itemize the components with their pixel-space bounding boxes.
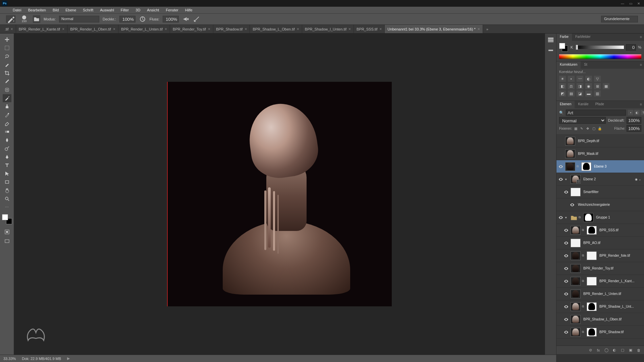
- eyedropper-tool[interactable]: [3, 77, 11, 85]
- layer-name[interactable]: BPR_Mask.tif: [577, 152, 643, 156]
- layer-thumbnail[interactable]: [571, 277, 581, 286]
- layer-row[interactable]: ⧉BPR_SSS.tif: [556, 224, 644, 237]
- layer-row[interactable]: BPR_Render_L_Unten.tif: [556, 288, 644, 300]
- delete-layer-icon[interactable]: 🗑: [636, 348, 641, 353]
- posterize-icon[interactable]: ▤: [568, 90, 575, 97]
- tab-close-icon[interactable]: ×: [113, 27, 115, 32]
- status-flyout-icon[interactable]: ▶: [67, 356, 70, 361]
- layer-name[interactable]: Weichzeichnergalerie: [577, 203, 643, 206]
- layer-filter-input[interactable]: [566, 110, 626, 116]
- layer-mask-thumbnail[interactable]: [587, 226, 597, 235]
- layer-thumbnail[interactable]: [571, 251, 581, 260]
- layer-name[interactable]: BPR_Render_Toy.tif: [582, 266, 643, 270]
- color-swatches[interactable]: [2, 214, 12, 224]
- layer-thumbnail[interactable]: [571, 188, 581, 196]
- magic-wand-tool[interactable]: [3, 61, 11, 69]
- minimize-button[interactable]: —: [619, 1, 627, 6]
- layer-fill-input[interactable]: [627, 125, 641, 132]
- layer-row[interactable]: ▾⧉Gruppe 1: [556, 211, 644, 224]
- layer-name[interactable]: BPR_Shadow.tif: [598, 330, 643, 334]
- type-tool[interactable]: [3, 161, 11, 169]
- blend-mode-select[interactable]: Normal: [59, 16, 99, 22]
- rectangle-tool[interactable]: [3, 178, 11, 186]
- layer-row[interactable]: BPR_Depth.tif: [556, 135, 644, 147]
- doc-tab[interactable]: BPR_SSS.tif×: [354, 25, 385, 33]
- panel-menu-icon[interactable]: ≡: [638, 61, 644, 69]
- properties-panel-icon[interactable]: [547, 48, 554, 56]
- filter-type-icon[interactable]: T: [641, 110, 644, 115]
- pressure-opacity-icon[interactable]: [139, 15, 146, 23]
- crop-tool[interactable]: [3, 69, 11, 77]
- layer-visibility-toggle[interactable]: [563, 228, 569, 233]
- layer-visibility-toggle[interactable]: [563, 292, 569, 296]
- layer-mask-thumbnail[interactable]: [587, 277, 597, 286]
- invert-icon[interactable]: ◩: [559, 90, 566, 97]
- history-brush-tool[interactable]: [3, 111, 11, 119]
- menu-auswahl[interactable]: Auswahl: [97, 7, 117, 13]
- layer-thumbnail[interactable]: [571, 226, 581, 235]
- healing-brush-tool[interactable]: [3, 86, 11, 94]
- menu-ebene[interactable]: Ebene: [62, 7, 79, 13]
- history-panel-icon[interactable]: [547, 36, 554, 44]
- doc-tab[interactable]: BPR_Shadow_L_Oben.tif×: [250, 25, 302, 33]
- vibrance-icon[interactable]: ▽: [594, 76, 601, 82]
- adjustments-tab[interactable]: Korrekturen: [556, 61, 581, 69]
- layer-visibility-toggle[interactable]: [563, 330, 569, 335]
- menu-fenster[interactable]: Fenster: [162, 7, 181, 13]
- layer-visibility-toggle[interactable]: [558, 164, 564, 169]
- lock-artboard-icon[interactable]: ▢: [591, 126, 596, 131]
- path-selection-tool[interactable]: [3, 170, 11, 178]
- layers-tab[interactable]: Ebenen: [556, 101, 575, 108]
- doc-tab[interactable]: BPR_Render_L_Kante.tif×: [16, 25, 68, 33]
- layer-row[interactable]: ⧉BPR_Render_fole.tif: [556, 249, 644, 262]
- menu-ansicht[interactable]: Ansicht: [144, 7, 162, 13]
- layer-thumbnail[interactable]: [571, 328, 581, 337]
- layer-visibility-toggle[interactable]: [558, 215, 564, 220]
- layer-mask-thumbnail[interactable]: [581, 162, 591, 171]
- menu-bild[interactable]: Bild: [49, 7, 62, 13]
- layer-row[interactable]: ⧉BPR_Shadow_L_Unt...: [556, 300, 644, 313]
- brush-tool[interactable]: [3, 94, 11, 102]
- tab-close-icon[interactable]: ×: [379, 27, 382, 32]
- panel-menu-icon[interactable]: ≡: [638, 34, 644, 41]
- layer-row[interactable]: ⧉BPR_Shadow.tif: [556, 326, 644, 339]
- layer-row[interactable]: ⧉Ebene 3: [556, 160, 644, 173]
- layer-row[interactable]: Weichzeichnergalerie: [556, 198, 644, 211]
- layer-name[interactable]: Ebene 3: [593, 165, 643, 168]
- filter-badge[interactable]: ◉ ⌄: [634, 178, 643, 181]
- edit-toolbar[interactable]: ⋯: [3, 203, 11, 211]
- layer-row[interactable]: BPR_AO.tif: [556, 237, 644, 249]
- tab-close-icon[interactable]: ×: [297, 27, 299, 32]
- menu-bearbeiten[interactable]: Bearbeiten: [25, 7, 49, 13]
- pressure-size-icon[interactable]: [193, 15, 200, 23]
- maximize-button[interactable]: ▭: [627, 1, 635, 6]
- lock-pixels-icon[interactable]: ✎: [579, 126, 584, 131]
- layer-name[interactable]: BPR_Render_L_Unten.tif: [582, 292, 643, 296]
- eraser-tool[interactable]: [3, 119, 11, 127]
- zoom-tool[interactable]: [3, 195, 11, 203]
- layer-mask-thumbnail[interactable]: [583, 213, 593, 222]
- layer-row[interactable]: ▾◫Ebene 2◉ ⌄: [556, 173, 644, 186]
- layer-thumbnail[interactable]: [571, 290, 581, 298]
- layer-name[interactable]: Gruppe 1: [595, 216, 643, 219]
- doc-tab[interactable]: BPR_Render_Toy.tif×: [170, 25, 213, 33]
- paths-tab[interactable]: Pfade: [592, 101, 607, 108]
- brush-panel-toggle[interactable]: [33, 15, 40, 23]
- lock-position-icon[interactable]: ✥: [585, 126, 590, 131]
- tool-preset-picker[interactable]: [6, 15, 15, 23]
- layer-name[interactable]: BPR_Depth.tif: [577, 139, 643, 143]
- filter-pixel-icon[interactable]: ▪: [628, 110, 633, 115]
- layer-row[interactable]: BPR_Render_Toy.tif: [556, 262, 644, 275]
- photofilter-icon[interactable]: ◉: [585, 83, 592, 89]
- layer-name[interactable]: BPR_AO.tif: [582, 241, 643, 245]
- layer-thumbnail[interactable]: [571, 239, 581, 247]
- zoom-level[interactable]: 33.33%: [3, 357, 16, 361]
- layer-thumbnail[interactable]: [565, 162, 575, 171]
- layer-thumbnail[interactable]: [571, 264, 581, 273]
- layer-visibility-toggle[interactable]: [563, 253, 569, 258]
- layer-name[interactable]: BPR_SSS.tif: [598, 228, 643, 232]
- hand-tool[interactable]: [3, 186, 11, 194]
- bw-icon[interactable]: ◨: [577, 83, 583, 89]
- layer-mask-thumbnail[interactable]: [587, 251, 597, 260]
- gradient-tool[interactable]: [3, 128, 11, 136]
